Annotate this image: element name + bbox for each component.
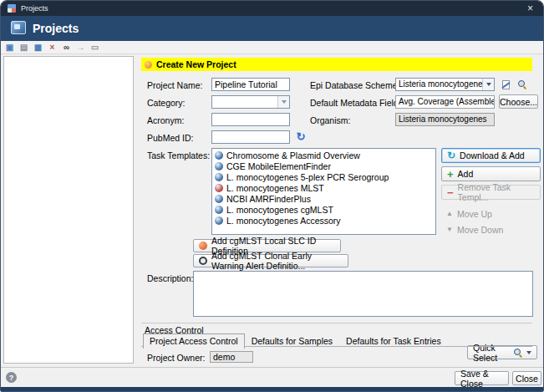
task-template-label: L. monocytogenes cgMLST	[226, 205, 333, 215]
task-template-label: Chromosome & Plasmid Overview	[226, 150, 360, 160]
projects-icon	[11, 21, 26, 34]
add-button[interactable]: + Add	[441, 166, 541, 181]
page-title: Projects	[33, 22, 79, 35]
download-add-button[interactable]: ↻ Download & Add	[441, 148, 541, 163]
download-icon: ↻	[447, 150, 455, 161]
magnifier-icon	[514, 349, 522, 357]
pubmed-input[interactable]	[211, 130, 290, 144]
chevron-down-icon[interactable]	[482, 79, 494, 90]
chevron-down-icon	[526, 351, 531, 354]
acronym-label: Acronym:	[147, 115, 184, 125]
access-tabs: Project Access ControlDefaults for Sampl…	[143, 333, 448, 349]
task-template-icon	[215, 206, 223, 214]
arrow-down-icon: ▼	[446, 226, 453, 233]
plus-icon: +	[447, 168, 454, 181]
task-template-icon	[215, 184, 223, 192]
pubmed-label: PubMed ID:	[147, 133, 193, 143]
quick-select-button[interactable]: Quick Select	[467, 345, 537, 359]
task-template-item[interactable]: NCBI AMRFinderPlus	[213, 193, 435, 204]
remove-label: Remove Task Templ...	[458, 182, 535, 202]
move-up-label: Move Up	[457, 209, 492, 219]
task-template-item[interactable]: L. monocytogenes 5-plex PCR Serogroup	[213, 171, 435, 182]
task-template-label: CGE MobileElementFinder	[226, 161, 331, 171]
app-icon	[8, 4, 16, 13]
delete-icon[interactable]: ×	[46, 42, 58, 53]
projects-window: Projects × Projects ▣▤▦×∞→▭ Create New P…	[0, 0, 544, 392]
task-template-icon	[215, 216, 223, 225]
alarm-clock-icon	[199, 257, 207, 265]
new-project-icon[interactable]: ▣	[3, 42, 16, 53]
task-template-list[interactable]: Chromosome & Plasmid OverviewCGE MobileE…	[211, 148, 436, 235]
project-owner-value: demo	[210, 351, 253, 363]
export-icon[interactable]: →	[74, 42, 87, 53]
save-icon[interactable]: ▦	[32, 42, 44, 53]
close-button[interactable]: Close	[512, 371, 541, 385]
task-template-item[interactable]: L. monocytogenes Accessory	[213, 215, 435, 226]
task-template-item[interactable]: CGE MobileElementFinder	[213, 160, 435, 171]
banner-title: Create New Project	[156, 59, 236, 69]
save-close-button[interactable]: Save & Close	[455, 371, 509, 385]
task-template-label: NCBI AMRFinderPlus	[226, 194, 311, 204]
tab-defaults-for-samples[interactable]: Defaults for Samples	[245, 333, 339, 349]
add-cgmlst-alert-button[interactable]: Add cgMLST Clonal Early Warning Alert De…	[193, 254, 348, 267]
download-add-label: Download & Add	[460, 150, 525, 160]
tab-project-access-control[interactable]: Project Access Control	[143, 333, 245, 349]
move-down-label: Move Down	[457, 225, 503, 235]
magnifier-icon	[518, 80, 526, 89]
toolbar: ▣▤▦×∞→▭	[1, 41, 543, 54]
window-close-button[interactable]: ×	[524, 3, 536, 13]
task-template-label: L. monocytogenes 5-plex PCR Serogroup	[226, 172, 389, 182]
titlebar: Projects ×	[1, 1, 543, 16]
project-bullet-icon	[145, 61, 152, 69]
minus-icon: −	[447, 186, 454, 199]
metadata-fields-label: Default Metadata Fields:	[310, 98, 405, 108]
epi-scheme-value: Listeria monocytogenes	[399, 79, 487, 89]
move-up-button[interactable]: ▲ Move Up	[441, 207, 541, 220]
category-label: Category:	[147, 98, 186, 108]
browse-scheme-icon-button[interactable]	[516, 78, 529, 91]
metadata-fields-value: Avg. Coverage (Assembled), Approximated …	[395, 95, 495, 109]
move-down-button[interactable]: ▼ Move Down	[441, 223, 541, 236]
task-template-item[interactable]: Chromosome & Plasmid Overview	[213, 150, 435, 160]
add-label: Add	[458, 169, 474, 179]
task-template-item[interactable]: L. monocytogenes cgMLST	[213, 204, 435, 215]
task-template-icon	[215, 151, 223, 160]
description-label: Description:	[147, 273, 193, 283]
pubmed-fetch-icon-button[interactable]: ↻	[294, 130, 308, 143]
tab-defaults-for-task-entries[interactable]: Defaults for Task Entries	[339, 333, 448, 349]
epi-scheme-label: Epi Database Scheme:	[310, 80, 399, 90]
choose-metadata-button[interactable]: Choose...	[499, 94, 538, 109]
bottom-strip	[1, 387, 543, 392]
project-name-input[interactable]	[211, 78, 290, 91]
task-template-label: L. monocytogenes MLST	[226, 183, 324, 193]
header: Projects	[1, 16, 543, 41]
task-templates-label: Task Templates:	[147, 150, 210, 160]
task-template-item[interactable]: L. monocytogenes MLST	[213, 182, 435, 193]
remove-task-template-button[interactable]: − Remove Task Templ...	[441, 185, 541, 200]
edit-icon	[502, 80, 510, 89]
category-combobox[interactable]	[211, 95, 290, 109]
create-project-banner: Create New Project	[141, 58, 532, 71]
search-icon[interactable]: ∞	[60, 42, 73, 53]
epi-scheme-combobox[interactable]: Listeria monocytogenes	[395, 78, 495, 91]
project-name-label: Project Name:	[147, 80, 203, 90]
access-control-separator	[141, 323, 532, 323]
task-template-icon	[215, 173, 223, 181]
acronym-input[interactable]	[211, 113, 290, 126]
task-template-icon	[215, 162, 223, 171]
help-icon[interactable]: ?	[6, 372, 17, 383]
add-cgmlst-alert-label: Add cgMLST Clonal Early Warning Alert De…	[211, 251, 343, 271]
arrow-up-icon: ▲	[446, 210, 453, 217]
slc-icon	[199, 242, 207, 250]
window-title: Projects	[21, 4, 519, 13]
task-template-icon	[215, 195, 223, 203]
organism-value: Listeria monocytogenes	[395, 113, 495, 126]
task-template-label: L. monocytogenes Accessory	[226, 216, 341, 226]
description-textarea[interactable]	[193, 271, 533, 317]
project-owner-label: Project Owner:	[147, 353, 205, 363]
chevron-down-icon[interactable]	[277, 96, 289, 108]
print-icon[interactable]: ▭	[89, 42, 101, 53]
project-tree-panel[interactable]	[3, 56, 134, 364]
open-folder-icon[interactable]: ▤	[18, 42, 30, 53]
edit-scheme-icon-button[interactable]	[499, 78, 512, 91]
